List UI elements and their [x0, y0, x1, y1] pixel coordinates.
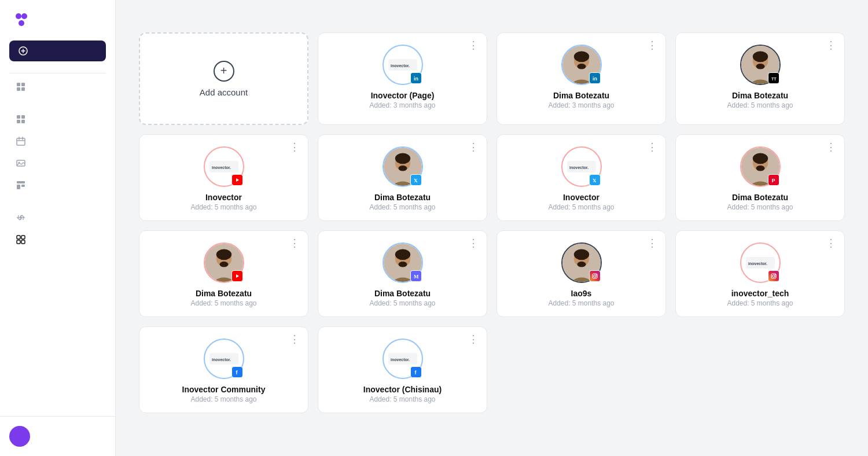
twitter-badge: 𝕏 — [410, 174, 422, 186]
account-card[interactable]: ⋮ in — [496, 32, 666, 125]
sidebar-item-media-library[interactable] — [5, 153, 111, 174]
svg-point-87 — [395, 249, 410, 260]
account-added-date: Added: 5 months ago — [548, 299, 614, 307]
svg-rect-10 — [17, 115, 20, 119]
account-added-date: Added: 5 months ago — [727, 299, 793, 307]
card-menu-button[interactable]: ⋮ — [645, 141, 660, 153]
account-card[interactable]: ⋮ P — [675, 134, 845, 221]
svg-text:in: in — [414, 76, 418, 82]
account-card[interactable]: ⋮ D — [139, 230, 308, 317]
account-avatar-wrap: inovector. f — [204, 339, 244, 379]
svg-text:inovector.: inovector. — [212, 358, 231, 362]
sidebar-item-posting-schedule[interactable] — [5, 207, 111, 228]
svg-point-56 — [395, 153, 410, 164]
card-menu-button[interactable]: ⋮ — [287, 141, 302, 153]
account-card[interactable]: ⋮ inovector. inovector_tech Added: 5 mon… — [675, 230, 845, 317]
facebook-badge: f — [231, 366, 243, 378]
account-card[interactable]: ⋮ inovector. f Inovector (Chisinau) Adde… — [318, 326, 487, 413]
account-name: Inovector Community — [182, 385, 266, 394]
svg-point-37 — [583, 59, 585, 61]
logo-icon — [12, 10, 31, 30]
account-name: Inovector — [563, 193, 599, 202]
svg-text:P: P — [771, 178, 775, 183]
card-menu-button[interactable]: ⋮ — [645, 237, 660, 249]
account-card[interactable]: ⋮ 𝕏 — [318, 134, 487, 221]
card-menu-button[interactable]: ⋮ — [466, 39, 481, 52]
account-card[interactable]: ⋮ M — [318, 230, 487, 317]
card-menu-button[interactable]: ⋮ — [466, 237, 481, 249]
sidebar-item-templates[interactable] — [5, 175, 111, 196]
svg-rect-23 — [17, 236, 20, 239]
card-menu-button[interactable]: ⋮ — [823, 39, 838, 52]
account-name: Iao9s — [571, 289, 592, 298]
configuration-section-label — [0, 196, 115, 207]
account-avatar-wrap: in — [561, 45, 602, 85]
account-added-date: Added: 5 months ago — [369, 203, 435, 211]
svg-text:𝕏: 𝕏 — [592, 178, 596, 183]
sidebar — [0, 0, 116, 456]
create-post-button[interactable] — [9, 41, 106, 61]
card-menu-button[interactable]: ⋮ — [466, 141, 481, 153]
account-added-date: Added: 3 months ago — [548, 101, 614, 109]
posts-icon — [16, 115, 25, 124]
accounts-grid: + Add account ⋮ inovector. in Inovector … — [139, 32, 845, 413]
schedule-icon — [16, 213, 25, 222]
account-added-date: Added: 5 months ago — [190, 299, 256, 307]
sidebar-item-calendar[interactable] — [5, 131, 111, 152]
svg-rect-11 — [21, 115, 25, 119]
svg-point-45 — [756, 59, 758, 61]
account-card[interactable]: ⋮ inovector. Inovector Added: 5 months a… — [139, 134, 308, 221]
account-avatar-wrap: TT — [740, 45, 781, 85]
sidebar-item-posts[interactable] — [5, 109, 111, 130]
svg-point-2 — [19, 20, 24, 26]
svg-point-1 — [21, 13, 27, 19]
card-menu-button[interactable]: ⋮ — [823, 141, 838, 153]
add-account-icon: + — [214, 61, 234, 82]
account-name: inovector_tech — [731, 289, 789, 298]
sidebar-item-dashboard[interactable] — [5, 76, 111, 97]
svg-point-89 — [399, 257, 400, 259]
card-menu-button[interactable]: ⋮ — [287, 333, 302, 345]
user-profile-area[interactable] — [0, 416, 115, 456]
instagram-badge — [589, 270, 601, 282]
svg-point-103 — [595, 274, 596, 275]
account-name: Inovector (Page) — [371, 91, 435, 100]
account-card[interactable]: ⋮ inovector. f Inovector Community Added… — [139, 326, 308, 413]
svg-point-98 — [578, 257, 579, 259]
main-content: + Add account ⋮ inovector. in Inovector … — [116, 0, 868, 456]
sidebar-item-accounts[interactable] — [5, 229, 111, 250]
account-avatar-wrap: inovector. — [740, 242, 781, 283]
youtube-badge — [231, 270, 243, 282]
twitter-badge: 𝕏 — [589, 174, 601, 186]
account-card[interactable]: ⋮ inovector. 𝕏 Inovector Added: 5 months… — [496, 134, 666, 221]
svg-rect-14 — [17, 138, 25, 145]
svg-rect-13 — [21, 120, 25, 123]
account-name: Dima Botezatu — [374, 289, 431, 298]
svg-point-97 — [577, 262, 586, 267]
account-avatar-wrap: 𝕏 — [382, 146, 423, 187]
account-card[interactable]: ⋮ inovector. in Inovector (Page) Added: … — [318, 32, 487, 125]
plus-circle-icon — [19, 46, 28, 56]
svg-point-46 — [762, 59, 764, 61]
svg-rect-22 — [21, 185, 25, 187]
svg-text:inovector.: inovector. — [391, 64, 410, 68]
card-menu-button[interactable]: ⋮ — [287, 237, 302, 249]
account-added-date: Added: 3 months ago — [369, 101, 435, 109]
svg-rect-21 — [17, 185, 20, 189]
svg-point-57 — [398, 166, 407, 171]
card-menu-button[interactable]: ⋮ — [823, 237, 838, 249]
svg-point-71 — [756, 161, 758, 163]
svg-text:in: in — [593, 76, 597, 82]
svg-point-36 — [578, 59, 579, 61]
mastodon-badge: M — [410, 270, 422, 282]
account-card[interactable]: ⋮ TT — [675, 32, 845, 125]
svg-rect-6 — [17, 83, 20, 86]
svg-text:TT: TT — [771, 77, 777, 81]
card-menu-button[interactable]: ⋮ — [466, 333, 481, 345]
accounts-icon — [16, 235, 25, 244]
svg-text:inovector.: inovector. — [391, 358, 410, 362]
card-menu-button[interactable]: ⋮ — [645, 39, 660, 52]
add-account-card[interactable]: + Add account — [139, 32, 308, 125]
account-added-date: Added: 5 months ago — [190, 203, 256, 211]
account-card[interactable]: ⋮ I — [496, 230, 666, 317]
